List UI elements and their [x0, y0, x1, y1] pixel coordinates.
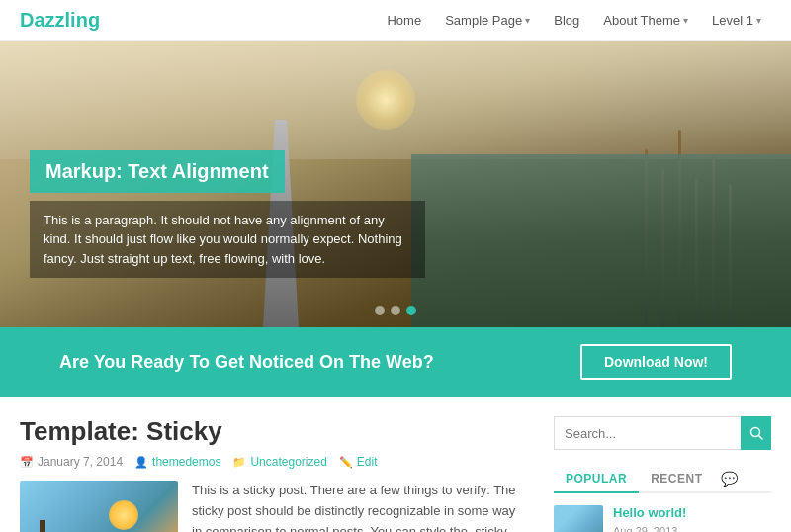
cta-bar: Are You Ready To Get Noticed On The Web?…	[0, 327, 791, 397]
nav-sample-page[interactable]: Sample Page ▾	[435, 0, 540, 41]
search-icon	[749, 426, 763, 440]
hero-water	[411, 154, 791, 327]
svg-line-1	[758, 436, 762, 440]
site-logo[interactable]: Dazzling	[20, 9, 100, 32]
calendar-icon: 📅	[20, 456, 34, 469]
hero-slider: Markup: Text Alignment This is a paragra…	[0, 41, 791, 327]
slider-dots	[375, 306, 416, 315]
recent-post-thumbnail-1	[554, 505, 603, 532]
slider-dot-2[interactable]	[391, 306, 400, 315]
nav-blog[interactable]: Blog	[544, 0, 589, 41]
nav-home[interactable]: Home	[377, 0, 431, 41]
hero-sun	[356, 70, 415, 130]
recent-post-1: Hello world! Aug 29, 2013	[554, 505, 771, 532]
main-nav: Home Sample Page ▾ Blog About Theme ▾ Le…	[377, 0, 771, 41]
post-date: 📅 January 7, 2014	[20, 455, 123, 469]
recent-post-date-1: Aug 29, 2013	[613, 525, 677, 532]
chevron-down-icon: ▾	[683, 15, 688, 26]
hero-image: Markup: Text Alignment This is a paragra…	[0, 41, 791, 327]
nav-level1[interactable]: Level 1 ▾	[702, 0, 771, 41]
search-bar	[554, 416, 771, 450]
recent-post-info-1: Hello world! Aug 29, 2013	[613, 505, 686, 532]
post-excerpt: This is a sticky post. There are a few t…	[192, 481, 524, 532]
tab-recent[interactable]: RECENT	[639, 466, 714, 491]
hero-caption-title: Markup: Text Alignment	[30, 150, 285, 193]
site-header: Dazzling Home Sample Page ▾ Blog About T…	[0, 0, 791, 41]
folder-icon: 📁	[232, 456, 246, 469]
slider-dot-3[interactable]	[406, 306, 416, 315]
tabs-bar: POPULAR RECENT 💬	[554, 466, 771, 493]
post-body: This is a sticky post. There are a few t…	[20, 481, 524, 532]
cta-download-button[interactable]: Download Now!	[580, 344, 732, 380]
post-title: Template: Sticky	[20, 416, 524, 447]
post-author: 👤 themedemos	[134, 455, 220, 469]
comment-icon: 💬	[721, 471, 738, 487]
post-thumbnail	[20, 481, 178, 532]
search-input[interactable]	[554, 416, 741, 450]
hero-caption: Markup: Text Alignment This is a paragra…	[30, 150, 425, 279]
sidebar: POPULAR RECENT 💬 Hello world! Aug 29, 20…	[554, 416, 771, 532]
slider-dot-1[interactable]	[375, 306, 385, 315]
cta-text: Are You Ready To Get Noticed On The Web?	[59, 352, 434, 373]
hero-caption-text: This is a paragraph. It should not have …	[30, 201, 425, 279]
main-content: Template: Sticky 📅 January 7, 2014 👤 the…	[0, 397, 791, 532]
recent-post-link-1[interactable]: Hello world!	[613, 505, 686, 520]
post-edit: ✏️ Edit	[339, 455, 378, 469]
thumb-sun	[109, 500, 138, 530]
post-meta: 📅 January 7, 2014 👤 themedemos 📁 Uncateg…	[20, 455, 524, 469]
chevron-down-icon: ▾	[756, 15, 761, 26]
content-area: Template: Sticky 📅 January 7, 2014 👤 the…	[20, 416, 524, 532]
chevron-down-icon: ▾	[525, 15, 530, 26]
search-button[interactable]	[741, 416, 771, 450]
user-icon: 👤	[134, 456, 148, 469]
thumb-tree	[40, 520, 45, 532]
nav-about-theme[interactable]: About Theme ▾	[593, 0, 698, 41]
tab-popular[interactable]: POPULAR	[554, 466, 639, 493]
edit-icon: ✏️	[339, 456, 353, 469]
post-category: 📁 Uncategorized	[232, 455, 326, 469]
